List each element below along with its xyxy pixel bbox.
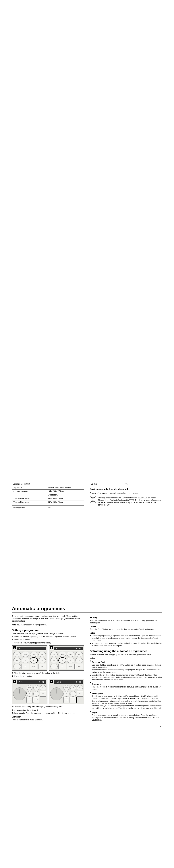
open-button: ▭ (22, 664, 29, 669)
cancel-body: Press the "stop" button twice, or open t… (90, 628, 162, 630)
weight-button: ⚖ (33, 685, 39, 690)
weee-bin-icon (90, 496, 96, 503)
info-button: i (13, 664, 21, 669)
display: 1:25 1.00 (54, 680, 83, 684)
power-800-button: 800 (13, 658, 21, 663)
automatic-programmes-heading: Automatic programmes (0, 606, 174, 612)
spec-value: 382 x 494 x 20 mm (47, 500, 84, 504)
defrost-item-title: Signal (92, 711, 162, 714)
stop-button: stop (26, 697, 33, 703)
ce-value: yes (125, 482, 162, 486)
power-600-button: 600 (39, 652, 46, 657)
spec-value: 382 x 594 x 20 mm (47, 497, 84, 500)
display: P 1 0.50 (54, 647, 83, 650)
power-800-button: 800 (50, 658, 58, 663)
rotary-selector (50, 687, 63, 700)
start-button: start× (70, 697, 76, 703)
page-number: 29 (0, 722, 174, 735)
defrost-item-title: Resting time (92, 692, 162, 695)
defrost-item-body: Liquid will be produced when defrosting … (92, 674, 162, 681)
defrost-item-title: Preparing food (92, 661, 162, 663)
step-num: 4. (12, 675, 15, 678)
bullet-icon: ■ (90, 681, 92, 690)
display-prog: P 1 (19, 647, 23, 650)
programme-button: P (67, 658, 74, 663)
display-prog: P 1 (56, 647, 60, 650)
spec-label: - cooking compartment (12, 490, 47, 493)
weight-button: ⚖× (59, 658, 66, 663)
open-button: ▭ (58, 664, 66, 669)
power-90-button: 90 (50, 652, 58, 657)
display-weight: 0.50 (76, 647, 82, 650)
panel-step-badge: 4 (50, 680, 53, 683)
correction-body: Press the Stop button twice and reset. (12, 719, 84, 721)
notes-title: Notes (90, 632, 162, 634)
programme-button: P (77, 685, 83, 690)
defrost-notes-title: Notes (90, 657, 162, 659)
info-button: i (50, 664, 58, 669)
step-text: Press the P button repeatedly until the … (15, 636, 77, 638)
control-panel-3: 3 P 1 1.00 ↻ 800 ⚖ (12, 679, 47, 704)
note-item: You can query the programme number and w… (92, 642, 162, 647)
ce-table: CE markyes (90, 482, 162, 486)
power-600-button: 600 (75, 652, 83, 657)
power-360-button: 360 (30, 652, 38, 657)
spec-table: Dimensions (HxWxD) - appliance280 mm x 4… (12, 482, 84, 509)
correction-title: Correction (12, 716, 84, 718)
power-800-button: 800 (64, 685, 69, 690)
spec-value (47, 504, 84, 506)
elapsed-body: A signal sounds. Open the appliance door… (12, 712, 84, 714)
stop-button: stop (30, 664, 38, 669)
defrost-intro: You can use the 4 defrosting programmes … (90, 653, 162, 656)
open-button: ▭ (77, 691, 83, 697)
pausing-title: Pausing (90, 617, 162, 619)
spec-value: 17 l capacity (47, 493, 84, 497)
display-weight: 1.00 (76, 681, 82, 683)
panel-step-badge: 2 (50, 646, 53, 649)
intro-text: The automatic programmes enable you to p… (12, 615, 84, 622)
info-button: i (33, 691, 39, 696)
weight-button: ⚖ (22, 658, 29, 663)
power-360-button: 360 (67, 652, 74, 657)
clock-button: ⏱ (64, 691, 69, 696)
spec-value (47, 482, 84, 486)
panel-step-badge: 1 (13, 646, 16, 649)
step-text: Turn the rotary selector to specify the … (15, 672, 60, 674)
step-num: 2. (12, 639, 15, 641)
power-180-button: 180 (22, 652, 29, 657)
start-button: start (75, 664, 83, 669)
panel-step-badge: 3 (13, 680, 16, 683)
step-num (12, 642, 15, 644)
step-text: Press the start button. (15, 675, 32, 678)
control-panel-1: 1 P 1 90 180 360 600 800 ⚖ P× ⏱ (12, 646, 47, 671)
open-button: ▭ (40, 691, 46, 697)
bullet-icon: ■ (90, 674, 92, 681)
clock-button: ⏱ (75, 658, 83, 663)
note-item: For some programmes, a signal sounds aft… (92, 634, 162, 642)
env-intro: Dispose of packaging in an environmental… (90, 492, 162, 494)
spec-label (12, 493, 47, 497)
power-800-button: 800 (27, 685, 32, 690)
defrost-item-body: For some programmes, a signal sounds aft… (92, 714, 162, 721)
spec-label (12, 504, 47, 506)
clock-button: ⏱ (39, 658, 46, 663)
display: P 1 (17, 647, 46, 650)
control-panel-4: 4 1:25 1.00 800 ⚖ P ⏱ (49, 679, 84, 704)
defrost-item-body: The defrosted food should be left to sta… (92, 695, 162, 709)
defrost-item-body: Use food that has been frozen at -18 °C … (92, 664, 162, 673)
env-body: This appliance complies with European Di… (98, 497, 162, 506)
pausing-body: Press the Stop button once, or open the … (90, 619, 162, 624)
elapsed-title: The cooking time has elapsed (12, 709, 84, 711)
spec-label: VDE approved (12, 506, 47, 509)
bullet-icon: ■ (90, 710, 92, 721)
stop-button: stop (67, 664, 75, 669)
bullet-icon: ■ (90, 634, 92, 642)
step-text: Press the ⚖ button. (15, 639, 30, 641)
spec-label: 60 cm cabinet frame (12, 497, 47, 500)
env-disposal-title: Environmentally-friendly disposal (90, 488, 162, 491)
spec-label: Dimensions (HxWxD) (12, 482, 47, 486)
after-panels-text: You will see the cooking time for the pr… (12, 706, 84, 708)
spec-value: 280 mm x 453 mm x 320 mm (47, 486, 84, 490)
rotary-selector: ↻ (13, 687, 26, 700)
info-button: i (70, 691, 76, 696)
